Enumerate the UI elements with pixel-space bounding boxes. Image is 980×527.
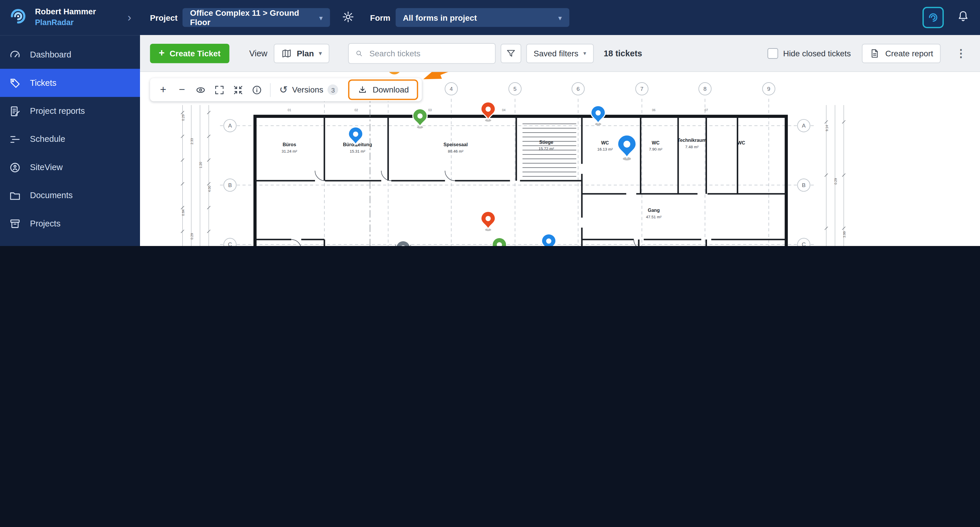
topbar-right: [923, 7, 970, 28]
project-label: Project: [150, 13, 177, 22]
view-label: View: [249, 48, 267, 58]
sidebar-item-label: Documents: [30, 191, 73, 200]
sidebar-item-projects[interactable]: Projects: [0, 210, 140, 237]
sidebar-item-documents[interactable]: Documents: [0, 181, 140, 209]
view-mode-value: Plan: [297, 48, 314, 58]
folder-icon: [9, 189, 21, 202]
room-area: 7.90 m²: [649, 147, 662, 151]
map-pin[interactable]: [481, 102, 495, 122]
sidebar-item-project-reports[interactable]: Project reports: [0, 97, 140, 125]
versions-button[interactable]: ↺ Versions 3: [274, 84, 343, 96]
project-selector[interactable]: Office Complex 11 > Ground Floor ▾: [183, 8, 330, 27]
svg-text:0.29: 0.29: [181, 115, 185, 121]
svg-text:9.14: 9.14: [825, 125, 829, 131]
search-input[interactable]: [368, 48, 488, 58]
siteview-icon: [9, 161, 21, 174]
map-pin[interactable]: [542, 234, 556, 246]
svg-text:4.00: 4.00: [208, 186, 211, 192]
svg-text:C: C: [228, 241, 232, 246]
sidebar-item-tickets[interactable]: Tickets: [0, 69, 140, 97]
info-button[interactable]: [248, 80, 266, 99]
sidebar-item-dashboard[interactable]: Dashboard: [0, 41, 140, 68]
room-label: Büros: [283, 142, 296, 147]
download-button[interactable]: Download: [348, 80, 418, 100]
svg-text:1.20: 1.20: [199, 162, 202, 168]
walls: [255, 116, 786, 246]
svg-text:0.29: 0.29: [834, 178, 837, 185]
svg-text:7: 7: [640, 86, 643, 92]
plan-grid: 2233445566778899AABBCCDDEEFFGG: [220, 83, 816, 246]
room-label: Gang: [648, 207, 660, 213]
map-pin[interactable]: [617, 135, 636, 161]
planradar-logo-icon: [8, 6, 29, 29]
svg-text:6: 6: [577, 86, 580, 92]
zoom-out-button[interactable]: −: [172, 80, 191, 99]
svg-text:07: 07: [705, 108, 708, 112]
versions-count-badge: 3: [328, 84, 338, 95]
svg-text:06: 06: [652, 108, 655, 112]
dimension-labels: 0.292.331.204.000.840.294.002.001.500.36…: [181, 105, 846, 246]
search-icon: [355, 48, 363, 58]
room-area: 16.13 m²: [597, 147, 613, 151]
filter-button[interactable]: [501, 43, 521, 63]
view-mode-selector[interactable]: Plan ▾: [274, 43, 329, 63]
history-icon: ↺: [279, 84, 288, 96]
project-selector-value: Office Complex 11 > Ground Floor: [190, 8, 313, 27]
sidebar-item-forms-and-lists[interactable]: Forms and Lists ›: [0, 237, 140, 246]
svg-text:2.33: 2.33: [190, 138, 194, 145]
sidebar-item-label: Tickets: [30, 78, 57, 88]
form-selector[interactable]: All forms in project ▾: [396, 8, 570, 27]
map-pin[interactable]: [492, 237, 507, 246]
zoom-in-button[interactable]: +: [154, 80, 172, 99]
archive-icon: [9, 217, 21, 230]
room-label: Technikraum: [678, 137, 706, 143]
notifications-bell-button[interactable]: [956, 10, 970, 25]
more-options-button[interactable]: ⋮: [952, 47, 970, 60]
download-icon: [358, 84, 368, 94]
sidebar-item-schedule[interactable]: Schedule: [0, 125, 140, 153]
sidebar-nav: Dashboard Tickets Project reports Schedu…: [0, 41, 140, 246]
svg-text:03: 03: [428, 108, 432, 112]
room-label: WC: [601, 140, 609, 145]
brand-name: PlanRadar: [35, 18, 119, 28]
room-label: WC: [737, 140, 745, 145]
download-label: Download: [373, 85, 409, 94]
checkbox-icon[interactable]: [767, 48, 778, 58]
create-ticket-button[interactable]: + Create Ticket: [150, 43, 229, 63]
svg-text:B: B: [228, 182, 232, 188]
svg-text:04: 04: [502, 108, 506, 112]
sidebar-item-label: Project reports: [30, 106, 85, 116]
chevron-down-icon: ▾: [319, 50, 322, 56]
sidebar-expand-icon[interactable]: ›: [125, 11, 134, 24]
funnel-icon: [506, 48, 516, 58]
project-settings-button[interactable]: [341, 10, 356, 25]
sidebar-identity: Robert Hammer PlanRadar: [35, 7, 119, 28]
svg-text:A: A: [802, 123, 806, 129]
flag-icon: [9, 245, 21, 246]
fit-to-screen-button[interactable]: [229, 80, 247, 99]
svg-text:02: 02: [355, 108, 358, 112]
map-pin[interactable]: [591, 106, 605, 126]
hide-closed-toggle[interactable]: Hide closed tickets: [767, 48, 851, 58]
room-label: Speisesaal: [444, 142, 468, 147]
room-area: 31.24 m²: [282, 149, 298, 153]
visibility-eye-button[interactable]: [191, 80, 210, 99]
svg-text:C: C: [802, 241, 806, 246]
sidebar-item-label: SiteView: [30, 162, 63, 172]
chevron-down-icon: ▾: [320, 14, 323, 21]
plan-area: 2233445566778899AABBCCDDEEFFGG 0.292.331…: [140, 71, 980, 246]
map-pin[interactable]: [481, 211, 495, 231]
hide-closed-label: Hide closed tickets: [783, 48, 851, 58]
planradar-app-button[interactable]: [923, 7, 944, 28]
fullscreen-button[interactable]: [210, 80, 229, 99]
svg-text:9: 9: [767, 86, 770, 92]
sidebar-item-siteview[interactable]: SiteView: [0, 153, 140, 181]
svg-text:5: 5: [513, 86, 517, 92]
map-pin[interactable]: [396, 241, 410, 246]
toolbar-right: Hide closed tickets Create report ⋮: [767, 43, 970, 63]
saved-filters-label: Saved filters: [534, 48, 578, 58]
tickets-toolbar: + Create Ticket View Plan ▾ Saved filter…: [140, 35, 980, 72]
saved-filters-selector[interactable]: Saved filters ▾: [526, 43, 594, 63]
room-label: WC: [652, 140, 659, 145]
create-report-button[interactable]: Create report: [862, 43, 940, 63]
